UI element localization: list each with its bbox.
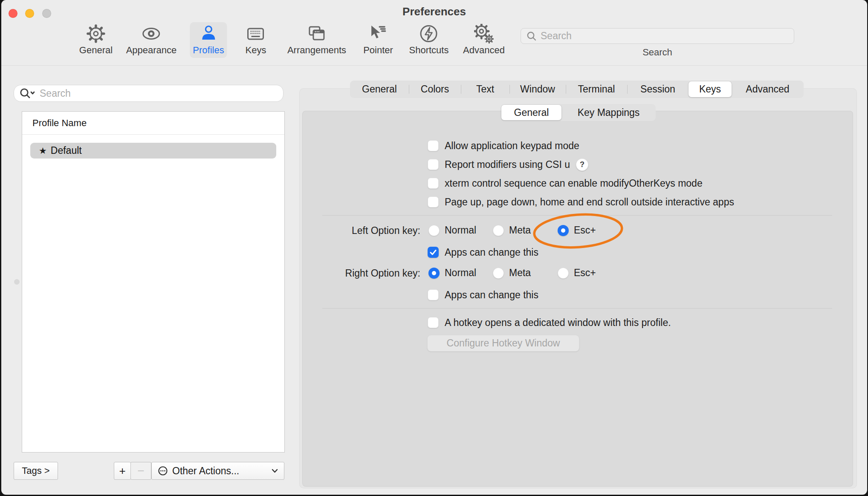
add-profile-button[interactable]: + [114,462,131,480]
windows-icon [307,24,327,43]
profile-list-header: Profile Name [22,112,284,135]
checkbox-left-apps-can-change[interactable] [428,247,439,258]
search-icon [526,31,537,42]
toolbar-item-general[interactable]: General [76,22,116,58]
checkbox-right-apps-can-change[interactable] [428,289,439,300]
toolbar-label: Keys [246,46,266,55]
configure-hotkey-window-button: Configure Hotkey Window [427,335,579,352]
checkbox-csi-u[interactable] [428,159,439,170]
radio-left-normal[interactable]: Normal [428,225,476,236]
toolbar-label: General [79,46,113,55]
radio-left-esc[interactable]: Esc+ [558,225,596,236]
radio-right-meta[interactable]: Meta [493,267,531,279]
checkbox-modify-other-keys[interactable] [428,178,439,189]
toolbar-item-pointer[interactable]: Pointer [360,22,396,58]
remove-profile-button: − [130,462,151,480]
left-option-label: Left Option key: [300,225,420,236]
preferences-window: Preferences General Appearance [1,0,867,495]
profile-tab-bar: General Colors Text Window Terminal Sess… [350,81,804,98]
toolbar-label: Shortcuts [409,46,449,55]
section-divider [322,215,832,216]
other-actions-dropdown[interactable]: Other Actions... [151,462,284,480]
option-row: Allow application keypad mode [428,139,579,152]
profile-row-default[interactable]: ★ Default [30,143,276,159]
checkbox-label: Report modifiers using CSI u [445,159,570,170]
toolbar-item-shortcuts[interactable]: Shortcuts [406,22,452,58]
tab-general[interactable]: General [350,81,409,98]
tab-session[interactable]: Session [627,81,689,98]
toolbar-item-advanced[interactable]: Advanced [460,22,508,58]
radio-left-meta[interactable]: Meta [493,225,531,236]
radio-circle[interactable] [428,225,440,236]
lightning-icon [419,24,439,43]
toolbar-divider [1,65,867,66]
toolbar-label: Pointer [363,46,393,55]
section-divider [322,308,832,309]
toolbar-search-input[interactable] [541,30,789,42]
window-title: Preferences [1,5,867,18]
toolbar-label: Advanced [463,46,505,55]
double-gear-icon [474,24,494,43]
radio-circle[interactable] [493,268,504,279]
option-row: xterm control sequence can enable modify… [428,177,703,190]
subtab-general[interactable]: General [501,105,561,120]
apps-can-change-row: Apps can change this [428,288,538,301]
checkbox-scroll-outside-apps[interactable] [428,196,439,208]
toolbar-item-keys[interactable]: Keys [243,22,269,58]
other-actions-label: Other Actions... [172,465,267,477]
toolbar-label: Arrangements [287,46,346,55]
radio-circle[interactable] [558,268,569,279]
right-option-row: Right Option key: Normal Meta Esc+ [1,267,867,280]
profile-search-input[interactable] [40,88,278,99]
toolbar-item-arrangements[interactable]: Arrangements [284,22,349,58]
left-option-row: Left Option key: Normal Meta Esc+ [1,225,867,237]
radio-circle[interactable] [558,225,569,236]
toolbar-item-appearance[interactable]: Appearance [123,22,180,58]
toolbar-label: Appearance [126,46,177,55]
tags-button[interactable]: Tags > [14,462,58,480]
hotkey-row: A hotkey opens a dedicated window with t… [428,316,671,329]
toolbar-label: Profiles [193,46,224,55]
toolbar-search-field[interactable] [521,28,794,44]
tab-colors[interactable]: Colors [409,81,461,98]
tab-advanced[interactable]: Advanced [732,81,804,98]
tab-window[interactable]: Window [509,81,566,98]
search-scope-icon [19,87,36,99]
keys-subtab-bar: General Key Mappings [501,104,656,121]
option-row: Page up, page down, home and end scroll … [428,196,734,208]
apps-can-change-row: Apps can change this [428,246,538,259]
radio-circle[interactable] [493,225,504,236]
eye-icon [142,24,161,43]
ellipsis-circle-icon [158,466,168,476]
checkbox-label: xterm control sequence can enable modify… [445,178,703,189]
person-icon [199,24,218,43]
toolbar-search-label: Search [521,47,794,58]
checkbox-hotkey-window[interactable] [428,317,439,328]
right-option-label: Right Option key: [300,268,420,279]
tab-terminal[interactable]: Terminal [566,81,627,98]
tab-keys[interactable]: Keys [689,81,732,97]
help-button[interactable]: ? [576,159,588,171]
checkbox-label: Page up, page down, home and end scroll … [445,196,734,208]
subtab-key-mappings[interactable]: Key Mappings [561,104,656,121]
chevron-down-icon [272,469,278,473]
profile-search-field[interactable] [14,85,284,102]
checkbox-keypad-mode[interactable] [428,140,439,151]
option-row: Report modifiers using CSI u ? [428,158,588,171]
toolbar-item-profiles[interactable]: Profiles [190,22,227,58]
gear-icon [86,24,106,43]
radio-right-normal[interactable]: Normal [428,267,476,279]
checkmark-icon [429,248,437,257]
tab-text[interactable]: Text [461,81,509,98]
cursor-icon [368,24,388,43]
profile-list: Profile Name ★ Default [22,111,285,453]
add-remove-group: + − [114,462,151,480]
star-icon: ★ [39,146,47,155]
radio-right-esc[interactable]: Esc+ [558,267,596,279]
keyboard-icon [246,24,266,43]
radio-circle[interactable] [428,268,440,279]
checkbox-label: Allow application keypad mode [445,140,579,152]
profile-name: Default [51,145,82,156]
